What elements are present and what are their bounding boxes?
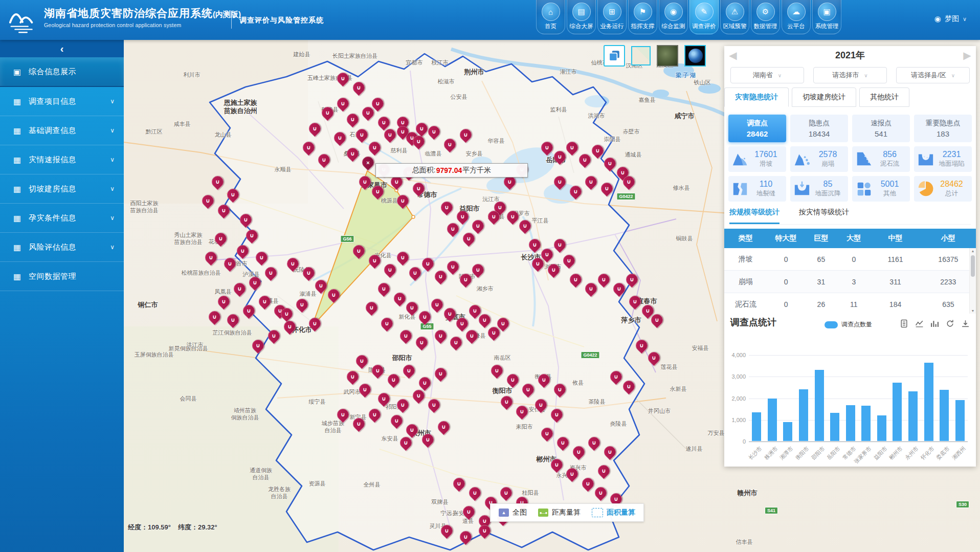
sidebar-item-label: 切坡建房信息 <box>29 184 76 194</box>
region-warning-icon: ⚠ <box>726 3 744 21</box>
bar-chart-icon[interactable] <box>930 319 939 328</box>
grid-icon: ▦ <box>13 184 21 194</box>
bar-岳阳市[interactable] <box>830 413 839 441</box>
scroll-down-arrow[interactable]: ▼ <box>970 309 976 313</box>
nav-item-综合大屏[interactable]: ▤综合大屏 <box>567 0 596 34</box>
x-axis-tick-label: 湘潭市 <box>778 445 795 461</box>
bar-邵阳市[interactable] <box>815 370 824 441</box>
bar-常德市[interactable] <box>846 405 855 441</box>
bar-益阳市[interactable] <box>877 415 886 441</box>
layers-toggle-button[interactable] <box>604 45 625 67</box>
nav-item-首页[interactable]: ⌂首页 <box>536 0 565 34</box>
sidebar-item-调查项目信息[interactable]: ▦调查项目信息∨ <box>0 87 124 116</box>
chevron-down-icon: ∨ <box>110 127 115 134</box>
refresh-icon[interactable] <box>946 319 954 328</box>
system-manage-icon: ▣ <box>818 3 836 21</box>
download-icon[interactable] <box>961 319 970 328</box>
bar-张家界市[interactable] <box>861 406 871 441</box>
bar-株洲市[interactable] <box>768 399 777 441</box>
subtab-按灾情等级统计[interactable]: 按灾情等级统计 <box>799 208 849 224</box>
sidebar-item-综合信息展示[interactable]: ▣综合信息展示 <box>0 57 124 87</box>
measure-tooltip-prefix: 总面积: <box>412 166 436 175</box>
road-badge: G56 <box>340 235 354 242</box>
nav-item-label: 云平台 <box>782 23 810 30</box>
nav-item-云平台[interactable]: ☁云平台 <box>782 0 811 34</box>
nav-item-区域预警[interactable]: ⚠区域预警 <box>720 0 749 34</box>
road-badge: G55 <box>420 323 434 330</box>
app-title-block: 湖南省地质灾害防治综合应用系统(内测版) Geological hazard p… <box>44 6 241 28</box>
district-select[interactable]: 请选择县/区∨ <box>896 67 970 83</box>
user-menu[interactable]: ◉ 梦图 ∨ <box>934 14 967 24</box>
globe-basemap-thumbnail[interactable] <box>684 45 706 67</box>
line-chart-icon[interactable] <box>915 319 924 328</box>
header-divider <box>231 11 232 29</box>
stat-card-隐患点[interactable]: 隐患点18434 <box>790 115 848 142</box>
sidebar-item-灾情速报信息[interactable]: ▦灾情速报信息∨ <box>0 145 124 174</box>
stat-card-调查点[interactable]: 调查点28462 <box>728 115 786 142</box>
sidebar-item-孕灾条件信息[interactable]: ▦孕灾条件信息∨ <box>0 204 124 233</box>
year-selector: ◀ 2021年 ▶ <box>724 46 976 64</box>
bar-郴州市[interactable] <box>893 383 902 441</box>
chart-legend[interactable]: 调查点数量 <box>825 320 872 329</box>
previous-year-button[interactable]: ◀ <box>724 49 742 61</box>
bar-怀化市[interactable] <box>924 363 933 441</box>
table-scrollbar[interactable]: ▲▼ <box>969 248 976 314</box>
nav-item-业务运行[interactable]: ⊞业务运行 <box>597 0 627 34</box>
tab-其他统计[interactable]: 其他统计 <box>859 87 909 107</box>
app-title: 湖南省地质灾害防治综合应用系统 <box>44 7 213 19</box>
satellite-basemap-thumbnail[interactable] <box>657 45 678 67</box>
bar-衡阳市[interactable] <box>799 389 808 441</box>
next-year-button[interactable]: ▶ <box>959 49 976 61</box>
scroll-up-arrow[interactable]: ▲ <box>970 249 976 253</box>
map-tool-距离量算[interactable]: ●—●距离量算 <box>538 508 581 517</box>
city-select[interactable]: 请选择市∨ <box>813 67 887 83</box>
bar-湘西州[interactable] <box>955 400 965 441</box>
x-axis-tick-label: 永州市 <box>904 445 920 461</box>
nav-item-系统管理[interactable]: ▣系统管理 <box>812 0 841 34</box>
sidebar-item-切坡建房信息[interactable]: ▦切坡建房信息∨ <box>0 174 124 204</box>
bar-永州市[interactable] <box>908 391 918 441</box>
street-basemap-thumbnail[interactable] <box>631 46 651 65</box>
select-value: 湖南省 <box>753 71 773 80</box>
nav-item-数据管理[interactable]: ⚙数据管理 <box>751 0 780 34</box>
x-axis-tick-label: 郴州市 <box>888 445 904 461</box>
landslide-icon <box>731 150 749 168</box>
tab-切坡建房统计[interactable]: 切坡建房统计 <box>792 87 856 107</box>
bar-长沙市[interactable] <box>752 412 761 441</box>
hazard-stat-地面沉降: 85地面沉降 <box>790 176 848 202</box>
sidebar-collapse-button[interactable]: ‹ <box>0 40 124 57</box>
stat-card-速报点[interactable]: 速报点541 <box>852 115 910 142</box>
nav-item-调查评价[interactable]: ✎调查评价 <box>689 0 719 34</box>
scroll-thumb[interactable] <box>971 255 975 277</box>
current-year-label: 2021年 <box>742 49 959 61</box>
stat-card-重要隐患点[interactable]: 重要隐患点183 <box>914 115 972 142</box>
map-tool-面积量算[interactable]: 面积量算 <box>592 508 635 517</box>
nav-item-综合监测[interactable]: ◉综合监测 <box>659 0 688 34</box>
nav-item-指挥支撑[interactable]: ⚑指挥支撑 <box>628 0 657 34</box>
sidebar-item-基础调查信息[interactable]: ▦基础调查信息∨ <box>0 116 124 145</box>
bar-湘潭市[interactable] <box>783 422 792 441</box>
tab-灾害隐患统计[interactable]: 灾害隐患统计 <box>724 87 789 107</box>
data-view-icon[interactable] <box>900 319 908 328</box>
bar-娄底市[interactable] <box>940 390 949 441</box>
eye-icon[interactable]: ◉ <box>934 14 941 24</box>
chevron-down-icon: ∨ <box>963 16 967 23</box>
hazard-stat-value: 2231 <box>934 150 969 159</box>
hazard-stat-崩塌: 2578崩塌 <box>790 146 848 172</box>
table-header-cell: 特大型 <box>767 234 805 243</box>
stat-card-value: 28462 <box>747 129 768 138</box>
map-tool-全图[interactable]: ▲全图 <box>499 508 527 517</box>
table-cell: 11 <box>837 300 870 308</box>
y-axis-tick-label: 1,000 <box>731 417 746 423</box>
province-select[interactable]: 湖南省∨ <box>730 67 804 83</box>
map-tool-label: 面积量算 <box>607 508 635 517</box>
stat-card-label: 速报点 <box>871 119 892 128</box>
table-cell: 3 <box>837 278 870 286</box>
hazard-stat-value: 2578 <box>811 150 845 159</box>
grid-icon: ▦ <box>13 272 21 281</box>
sidebar-item-风险评估信息[interactable]: ▦风险评估信息∨ <box>0 233 124 262</box>
chevron-down-icon: ∨ <box>110 185 115 192</box>
sidebar-item-空间数据管理[interactable]: ▦空间数据管理 <box>0 262 124 291</box>
grid-icon: ▦ <box>13 155 21 165</box>
subtab-按规模等级统计[interactable]: 按规模等级统计 <box>729 208 779 224</box>
